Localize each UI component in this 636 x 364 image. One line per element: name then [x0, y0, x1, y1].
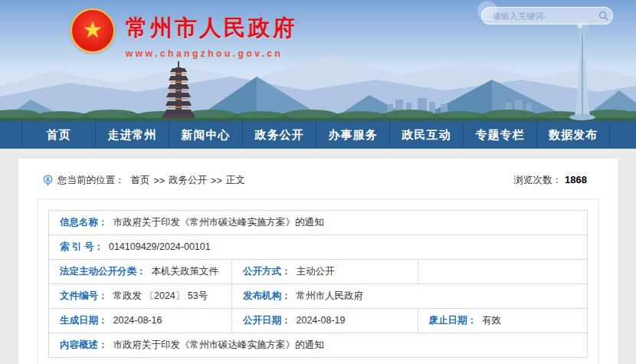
nav-item-special-topics[interactable]: 专题专栏 [463, 121, 536, 149]
table-row: 文件编号：常政发 〔2024〕 53号 发布机构：常州市人民政府 [49, 284, 588, 309]
nav-item-gov-info[interactable]: 政务公开 [242, 121, 316, 149]
site-logo[interactable]: ★ 常州市人民政府 www.changzhou.gov.cn [70, 8, 297, 59]
search-input[interactable] [490, 11, 598, 21]
search-icon[interactable] [598, 11, 608, 21]
nav-item-about-changzhou[interactable]: 走进常州 [95, 121, 169, 149]
cell-publish-date: 公开日期：2024-08-19 [232, 309, 418, 333]
breadcrumb-prefix: 您当前的位置： [57, 174, 125, 187]
cell-disclosure-category: 法定主动公开分类：本机关政策文件 [49, 260, 232, 284]
cell-info-name: 信息名称：市政府关于印发《常州市碳达峰实施方案》的通知 [49, 211, 588, 235]
table-row: 信息名称：市政府关于印发《常州市碳达峰实施方案》的通知 [49, 211, 588, 235]
main-nav: 首页 走进常州 新闻中心 政务公开 办事服务 政民互动 专题专栏 数据发布 [0, 121, 636, 149]
breadcrumb-separator: >> [154, 175, 166, 186]
national-emblem-icon: ★ [70, 8, 115, 53]
table-row: 索 引 号：014109429/2024-00101 [49, 235, 588, 260]
search-box[interactable] [481, 7, 613, 25]
breadcrumb-link-gov-info[interactable]: 政务公开 [169, 174, 207, 187]
breadcrumb: 您当前的位置： 首页 >> 政务公开 >> 正文 [43, 174, 245, 187]
nav-item-interaction[interactable]: 政民互动 [389, 121, 463, 149]
cell-index-number: 索 引 号：014109429/2024-00101 [49, 235, 588, 260]
document-info-table: 信息名称：市政府关于印发《常州市碳达峰实施方案》的通知 索 引 号：014109… [48, 210, 588, 358]
nav-item-data-release[interactable]: 数据发布 [536, 121, 610, 149]
site-url: www.changzhou.gov.cn [126, 48, 297, 59]
nav-item-home[interactable]: 首页 [21, 121, 95, 149]
cell-expiry-date: 废止日期：有效 [418, 309, 587, 333]
table-row: 法定主动公开分类：本机关政策文件 公开方式：主动公开 [49, 260, 588, 284]
location-icon [43, 175, 53, 186]
nav-item-news-center[interactable]: 新闻中心 [169, 121, 242, 149]
content-panel: 您当前的位置： 首页 >> 政务公开 >> 正文 浏览次数：1868 信息名称：… [18, 159, 618, 364]
cell-creation-date: 生成日期：2024-08-16 [49, 309, 232, 333]
breadcrumb-link-article[interactable]: 正文 [226, 174, 245, 187]
site-header: ★ 常州市人民政府 www.changzhou.gov.cn [0, 0, 636, 121]
nav-item-services[interactable]: 办事服务 [316, 121, 389, 149]
cell-content-summary: 内容概述：市政府关于印发《常州市碳达峰实施方案》的通知 [49, 333, 588, 358]
breadcrumb-link-home[interactable]: 首页 [131, 174, 150, 187]
cell-document-number: 文件编号：常政发 〔2024〕 53号 [49, 284, 232, 309]
document-info-box: 信息名称：市政府关于印发《常州市碳达峰实施方案》的通知 索 引 号：014109… [37, 198, 599, 364]
site-title: 常州市人民政府 [126, 13, 297, 44]
cell-disclosure-method: 公开方式：主动公开 [232, 260, 418, 284]
cell-empty [418, 260, 587, 284]
cell-issuing-agency: 发布机构：常州市人民政府 [232, 284, 588, 309]
view-counter: 浏览次数：1868 [514, 174, 587, 187]
view-count: 1868 [565, 174, 587, 185]
breadcrumb-separator: >> [211, 175, 222, 186]
table-row: 内容概述：市政府关于印发《常州市碳达峰实施方案》的通知 [49, 333, 588, 358]
breadcrumb-row: 您当前的位置： 首页 >> 政务公开 >> 正文 浏览次数：1868 [18, 159, 618, 189]
table-row: 生成日期：2024-08-16 公开日期：2024-08-19 废止日期：有效 [49, 309, 588, 333]
view-counter-label: 浏览次数： [514, 175, 562, 185]
